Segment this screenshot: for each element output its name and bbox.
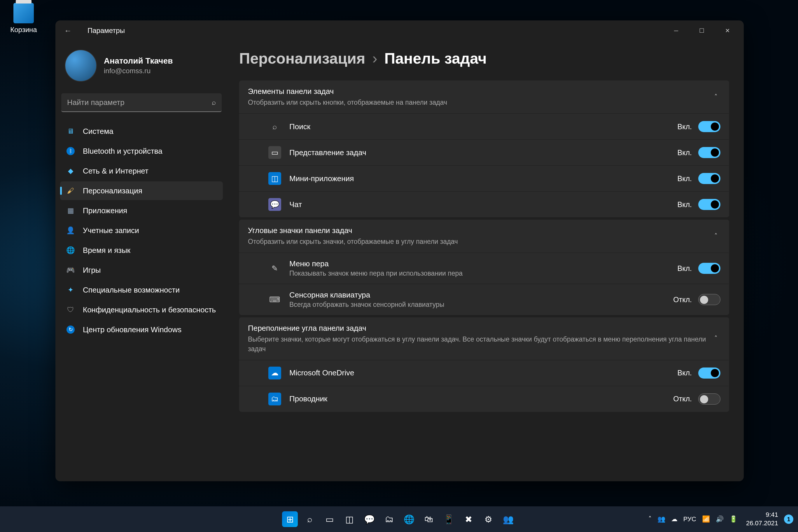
toggle-state: Откл. — [671, 296, 692, 304]
user-name: Анатолий Ткачев — [104, 56, 173, 65]
sidebar-item-label: Специальные возможности — [83, 286, 180, 294]
row-label: Представление задач — [289, 148, 671, 157]
toggle-state: Вкл. — [671, 369, 692, 377]
row-chat: 💬 Чат Вкл. — [239, 191, 729, 217]
toggle-taskview[interactable] — [698, 147, 720, 158]
titlebar: ← Параметры ─ ☐ ✕ — [55, 20, 744, 41]
system-tray: ˄ 👥 ☁ РУС 📶 🔊 🔋 9:41 26.07.2021 1 — [648, 511, 793, 527]
user-icon: 👤 — [66, 226, 75, 235]
sidebar-item-gaming[interactable]: 🎮Игры — [60, 261, 223, 280]
toggle-state: Вкл. — [671, 122, 692, 131]
toggle-state: Откл. — [671, 395, 692, 403]
maximize-button[interactable]: ☐ — [689, 22, 715, 39]
section-title: Переполнение угла панели задач — [248, 324, 711, 333]
update-icon: ↻ — [66, 325, 75, 334]
section-header[interactable]: Элементы панели задач Отобразить или скр… — [239, 80, 729, 113]
toggle-explorer[interactable] — [698, 394, 720, 404]
file-explorer-icon[interactable]: 🗂 — [381, 511, 397, 527]
taskview-icon[interactable]: ▭ — [322, 511, 338, 527]
sidebar-item-bluetooth[interactable]: ᛒBluetooth и устройства — [60, 142, 223, 160]
notifications-badge[interactable]: 1 — [784, 514, 793, 524]
tray-language[interactable]: РУС — [683, 515, 696, 523]
recycle-bin[interactable]: Корзина — [7, 3, 40, 34]
search-icon: ⌕ — [212, 98, 216, 107]
sidebar-item-personalization[interactable]: 🖌Персонализация — [60, 182, 223, 200]
search-icon: ⌕ — [268, 120, 281, 133]
chat-icon[interactable]: 💬 — [361, 511, 377, 527]
sidebar-item-accessibility[interactable]: ✦Специальные возможности — [60, 281, 223, 299]
taskbar: ⊞ ⌕ ▭ ◫ 💬 🗂 🌐 🛍 📱 ✖ ⚙ 👥 ˄ 👥 ☁ РУС 📶 🔊 🔋 … — [0, 506, 798, 532]
row-widgets: ◫ Мини-приложения Вкл. — [239, 165, 729, 191]
breadcrumb-current: Панель задач — [384, 50, 487, 67]
gamepad-icon: 🎮 — [66, 265, 75, 275]
tray-chevron-icon[interactable]: ˄ — [648, 515, 651, 523]
teams-icon[interactable]: 👥 — [500, 511, 516, 527]
start-button[interactable]: ⊞ — [282, 511, 298, 527]
row-pen: ✎ Меню пера Показывать значок меню пера … — [239, 252, 729, 284]
tray-clock[interactable]: 9:41 26.07.2021 — [746, 511, 778, 527]
phone-icon[interactable]: 📱 — [441, 511, 456, 527]
avatar — [65, 50, 97, 82]
tray-onedrive-icon[interactable]: ☁ — [671, 515, 678, 523]
recycle-bin-icon — [14, 3, 34, 23]
sidebar-item-privacy[interactable]: 🛡Конфиденциальность и безопасность — [60, 300, 223, 319]
search-box[interactable]: ⌕ — [61, 93, 222, 112]
toggle-state: Вкл. — [671, 149, 692, 157]
tray-teams-icon[interactable]: 👥 — [658, 515, 665, 523]
sidebar-item-update[interactable]: ↻Центр обновления Windows — [60, 320, 223, 339]
section-subtitle: Отобразить или скрыть значки, отображаем… — [248, 237, 711, 246]
chevron-up-icon: ˄ — [711, 93, 720, 101]
widgets-icon[interactable]: ◫ — [342, 511, 357, 527]
breadcrumb: Персонализация › Панель задач — [239, 50, 729, 67]
toggle-search[interactable] — [698, 121, 720, 132]
toggle-pen[interactable] — [698, 263, 720, 274]
toggle-widgets[interactable] — [698, 173, 720, 184]
minimize-button[interactable]: ─ — [663, 22, 689, 39]
apps-icon: ▦ — [66, 206, 75, 215]
user-account[interactable]: Анатолий Ткачев info@comss.ru — [60, 47, 223, 90]
xbox-icon[interactable]: ✖ — [460, 511, 476, 527]
taskbar-search-icon[interactable]: ⌕ — [302, 511, 318, 527]
section-subtitle: Выберите значки, которые могут отображат… — [248, 335, 711, 353]
settings-icon[interactable]: ⚙ — [480, 511, 496, 527]
toggle-state: Вкл. — [671, 201, 692, 209]
toggle-onedrive[interactable] — [698, 367, 720, 379]
edge-icon[interactable]: 🌐 — [401, 511, 417, 527]
tray-wifi-icon[interactable]: 📶 — [702, 515, 710, 523]
breadcrumb-parent[interactable]: Персонализация — [239, 50, 365, 67]
section-header[interactable]: Переполнение угла панели задач Выберите … — [239, 317, 729, 360]
store-icon[interactable]: 🛍 — [421, 511, 437, 527]
row-label: Microsoft OneDrive — [289, 368, 671, 377]
tray-battery-icon[interactable]: 🔋 — [729, 515, 737, 523]
section-title: Элементы панели задач — [248, 87, 711, 96]
sidebar: Анатолий Ткачев info@comss.ru ⌕ 🖥Система… — [55, 41, 228, 481]
search-input[interactable] — [67, 98, 212, 107]
section-corner-icons: Угловые значки панели задач Отобразить и… — [239, 220, 729, 315]
section-taskbar-items: Элементы панели задач Отобразить или скр… — [239, 80, 729, 217]
sidebar-item-time[interactable]: 🌐Время и язык — [60, 241, 223, 260]
toggle-chat[interactable] — [698, 199, 720, 210]
sidebar-item-system[interactable]: 🖥Система — [60, 122, 223, 140]
main-content: Персонализация › Панель задач Элементы п… — [228, 41, 744, 481]
row-label: Меню пера Показывать значок меню пера пр… — [289, 259, 671, 278]
sidebar-item-apps[interactable]: ▦Приложения — [60, 201, 223, 220]
close-button[interactable]: ✕ — [715, 22, 740, 39]
sidebar-item-network[interactable]: ◆Сеть & и Интернет — [60, 162, 223, 180]
sidebar-item-label: Приложения — [83, 206, 127, 215]
taskview-icon: ▭ — [268, 146, 281, 159]
sidebar-item-accounts[interactable]: 👤Учетные записи — [60, 221, 223, 240]
toggle-touch-keyboard[interactable] — [698, 294, 720, 305]
window-title: Параметры — [88, 26, 125, 35]
sidebar-item-label: Время и язык — [83, 246, 130, 255]
globe-icon: 🌐 — [66, 246, 75, 255]
keyboard-icon: ⌨ — [268, 293, 281, 306]
user-email: info@comss.ru — [104, 67, 173, 75]
section-title: Угловые значки панели задач — [248, 226, 711, 235]
sidebar-item-label: Bluetooth и устройства — [83, 147, 163, 156]
section-header[interactable]: Угловые значки панели задач Отобразить и… — [239, 220, 729, 252]
back-button[interactable]: ← — [64, 26, 76, 35]
sidebar-item-label: Учетные записи — [83, 226, 139, 235]
accessibility-icon: ✦ — [66, 285, 75, 294]
tray-volume-icon[interactable]: 🔊 — [716, 515, 724, 523]
chevron-up-icon: ˄ — [711, 335, 720, 342]
